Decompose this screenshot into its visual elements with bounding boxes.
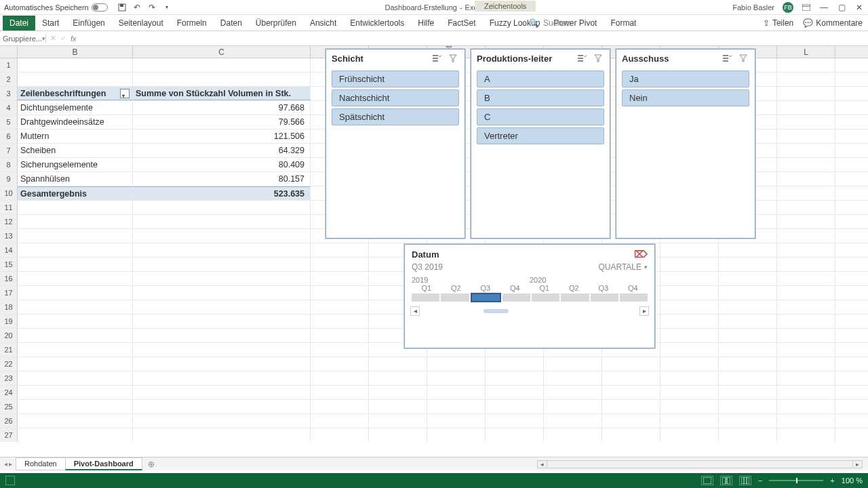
row-header[interactable]: 5 <box>0 115 18 129</box>
row-header[interactable]: 18 <box>0 300 18 314</box>
cell[interactable] <box>133 428 311 442</box>
cell[interactable] <box>719 386 777 399</box>
row-header[interactable]: 10 <box>0 186 18 200</box>
zoom-in-icon[interactable]: + <box>830 476 834 485</box>
cell[interactable] <box>369 400 427 413</box>
cell[interactable] <box>18 414 133 428</box>
cell[interactable]: 121.506 <box>133 129 311 143</box>
cell[interactable] <box>777 357 835 371</box>
cell[interactable] <box>427 400 486 413</box>
slicer-item[interactable]: Nachtschicht <box>332 89 459 106</box>
cell[interactable] <box>369 414 427 428</box>
slicer-schicht[interactable]: Schicht FrühschichtNachtschichtSpätschic… <box>326 49 465 239</box>
sheet-tab[interactable]: Rohdaten <box>16 458 66 470</box>
cell[interactable] <box>311 414 369 428</box>
zoom-slider[interactable] <box>769 480 823 481</box>
filter-dropdown-icon[interactable] <box>120 89 130 98</box>
cell[interactable] <box>133 300 311 314</box>
slicer-item[interactable]: A <box>477 70 604 87</box>
timeline-segment[interactable] <box>441 293 469 302</box>
row-header[interactable]: 17 <box>0 286 18 300</box>
zoom-out-icon[interactable]: − <box>758 476 762 485</box>
timeline-segment[interactable] <box>532 293 559 302</box>
cell[interactable] <box>544 371 602 385</box>
cell[interactable] <box>133 371 311 385</box>
cell[interactable] <box>311 343 369 357</box>
normal-view-icon[interactable] <box>701 476 713 485</box>
cell[interactable]: Summe von Stückzahl Volumen in Stk. <box>133 87 311 100</box>
row-header[interactable]: 12 <box>0 215 18 228</box>
slicer-item[interactable]: Frühschicht <box>332 70 459 87</box>
cell[interactable] <box>719 357 777 371</box>
cell[interactable]: 97.668 <box>133 101 311 115</box>
cell[interactable] <box>18 357 133 371</box>
row-header[interactable]: 3 <box>0 87 18 100</box>
cell[interactable] <box>18 215 133 228</box>
sheet-tab[interactable]: Pivot-Dashboard <box>65 458 142 470</box>
timeline-datum[interactable]: Datum ⌦ Q3 2019 QUARTALE ▾ 20192020 Q1Q2… <box>404 244 655 348</box>
clear-timeline-icon[interactable]: ⌦ <box>634 249 648 260</box>
tab-seitenlayout[interactable]: Seitenlayout <box>112 16 170 30</box>
cell[interactable] <box>311 386 369 399</box>
column-header[interactable]: L <box>777 46 835 58</box>
cell[interactable] <box>660 243 719 257</box>
cell[interactable] <box>18 73 133 86</box>
cell[interactable] <box>602 357 660 371</box>
row-header[interactable]: 19 <box>0 314 18 328</box>
cell[interactable] <box>133 286 311 300</box>
cell[interactable] <box>660 258 719 271</box>
cell[interactable] <box>602 386 660 399</box>
cell[interactable] <box>311 258 369 271</box>
worksheet-grid[interactable]: BCDEFGHIJKL 123ZeilenbeschriftungenSumme… <box>0 46 868 442</box>
cell[interactable] <box>486 371 544 385</box>
timeline-segment[interactable] <box>471 293 501 302</box>
sheet-nav[interactable]: ◂▸ <box>0 460 16 468</box>
cell[interactable] <box>777 400 835 413</box>
cell[interactable] <box>486 357 544 371</box>
row-header[interactable]: 21 <box>0 343 18 357</box>
cell[interactable] <box>719 286 777 300</box>
cell[interactable] <box>602 428 660 442</box>
cell[interactable]: Zeilenbeschriftungen <box>18 87 133 100</box>
timeline-level-dropdown[interactable]: QUARTALE ▾ <box>598 262 648 272</box>
cell[interactable] <box>777 300 835 314</box>
fx-icon[interactable]: fx <box>71 35 77 43</box>
cell[interactable] <box>133 229 311 243</box>
cell[interactable] <box>777 258 835 271</box>
cell[interactable] <box>777 386 835 399</box>
row-header[interactable]: 24 <box>0 386 18 399</box>
row-header[interactable]: 9 <box>0 172 18 186</box>
page-break-view-icon[interactable] <box>739 476 751 485</box>
timeline-next-icon[interactable]: ▸ <box>639 306 649 316</box>
cell[interactable]: Dichtungselemente <box>18 101 133 115</box>
tab-einfügen[interactable]: Einfügen <box>66 16 111 30</box>
cell[interactable] <box>486 386 544 399</box>
cell[interactable]: 523.635 <box>133 186 311 200</box>
cell[interactable] <box>719 414 777 428</box>
cell[interactable] <box>660 314 719 328</box>
cell[interactable] <box>777 144 835 157</box>
cell[interactable] <box>719 243 777 257</box>
cell[interactable] <box>660 428 719 442</box>
cell[interactable] <box>427 428 486 442</box>
cell[interactable] <box>719 314 777 328</box>
cell[interactable] <box>18 400 133 413</box>
cell[interactable] <box>133 272 311 285</box>
cell[interactable] <box>660 414 719 428</box>
cell[interactable] <box>777 343 835 357</box>
cell[interactable] <box>369 357 427 371</box>
cell[interactable] <box>777 371 835 385</box>
record-macro-icon[interactable] <box>5 476 15 485</box>
slicer-item[interactable]: C <box>477 108 604 125</box>
tab-datei[interactable]: Datei <box>3 16 35 30</box>
cell[interactable] <box>311 357 369 371</box>
cell[interactable] <box>777 243 835 257</box>
cell[interactable]: 64.329 <box>133 144 311 157</box>
cell[interactable] <box>133 343 311 357</box>
cell[interactable] <box>777 229 835 243</box>
cell[interactable] <box>544 428 602 442</box>
timeline-prev-icon[interactable]: ◂ <box>410 306 420 316</box>
cell[interactable]: 79.566 <box>133 115 311 129</box>
slicer-item[interactable]: B <box>477 89 604 106</box>
cell[interactable] <box>18 272 133 285</box>
